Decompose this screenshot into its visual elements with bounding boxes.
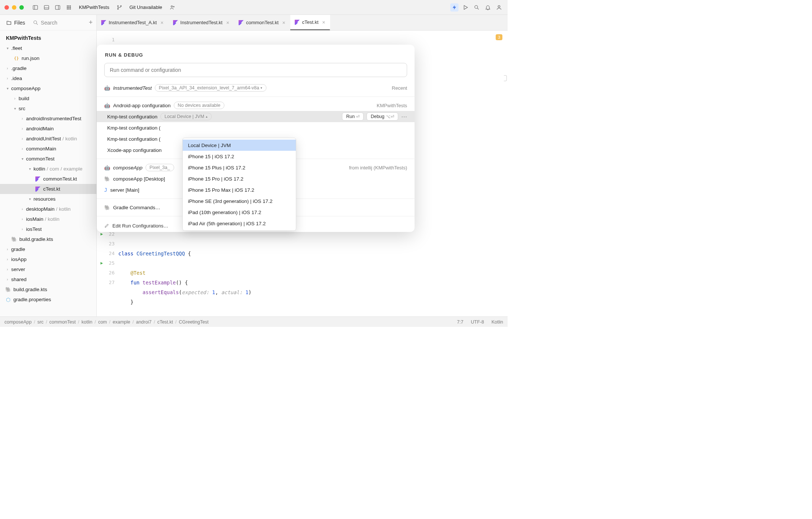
gradle-icon: 🐘 (5, 287, 11, 292)
config-instrumented-test[interactable]: 🤖 InstrumentedTest Pixel_3a_API_34_exten… (97, 82, 415, 93)
tree-file-build-gradle[interactable]: 🐘build.gradle.kts (0, 234, 96, 244)
run-gutter-icon[interactable]: ▶ (100, 258, 103, 268)
panel-right-icon[interactable] (54, 3, 62, 12)
minimize-window-button[interactable] (12, 5, 16, 10)
grid-icon[interactable] (65, 3, 73, 12)
dropdown-item[interactable]: Local Device | JVM (183, 140, 296, 151)
breadcrumb[interactable]: commonTest (49, 319, 76, 325)
close-window-button[interactable] (4, 5, 9, 10)
files-tab-label: Files (14, 20, 25, 26)
dropdown-item[interactable]: iPhone 15 Plus | iOS 17.2 (183, 162, 296, 173)
popup-title: Run & Debug (97, 45, 415, 63)
tree-file-gradle-properties[interactable]: ⬡gradle.properties (0, 294, 96, 305)
tree-folder-iosapp[interactable]: ›iosApp (0, 254, 96, 264)
files-tab[interactable]: Files (4, 18, 28, 27)
tree-folder-composeapp[interactable]: ▾composeApp (0, 83, 96, 93)
close-icon[interactable]: × (226, 20, 229, 26)
tree-file-commontest-kt[interactable]: commonTest.kt (0, 174, 96, 184)
search-icon[interactable] (473, 3, 481, 12)
tree-folder-desktopmain[interactable]: ›desktopMain/kotlin (0, 204, 96, 214)
close-icon[interactable]: × (322, 19, 325, 25)
tree-folder-iostest[interactable]: ›iosTest (0, 224, 96, 234)
breadcrumb[interactable]: composeApp (4, 319, 32, 325)
tree-folder-server[interactable]: ›server (0, 264, 96, 274)
device-chip[interactable]: No devices available (174, 102, 225, 109)
add-panel-icon[interactable]: + (89, 19, 93, 26)
warning-badge[interactable]: 3 (496, 34, 502, 40)
debug-button[interactable]: Debug⌥⏎ (367, 112, 398, 121)
breadcrumb[interactable]: androi7 (136, 319, 151, 325)
tree-folder-androidunittest[interactable]: ›androidUnitTest/kotlin (0, 134, 96, 144)
device-dropdown: Local Device | JVM iPhone 15 | iOS 17.2 … (182, 138, 296, 231)
config-kmp-test-2[interactable]: Kmp-test configuration ( (97, 122, 415, 133)
tree-folder-shared[interactable]: ›shared (0, 274, 96, 284)
cursor-position[interactable]: 7:7 (457, 319, 463, 325)
tree-folder-src[interactable]: ▾src (0, 104, 96, 114)
tree-folder-gradle-root[interactable]: ›gradle (0, 244, 96, 254)
ai-icon[interactable] (450, 3, 458, 12)
more-icon[interactable]: ⋯ (401, 113, 407, 120)
panel-bottom-icon[interactable] (42, 3, 51, 12)
language-mode[interactable]: Kotlin (492, 319, 503, 325)
project-name[interactable]: KMPwithTests (79, 4, 109, 10)
tree-folder-kotlin-path[interactable]: ▾kotlin/com/example (0, 164, 96, 174)
search-tab[interactable]: Search (31, 18, 60, 27)
kotlin-icon (35, 187, 41, 192)
tree-folder-commontest[interactable]: ▾commonTest (0, 154, 96, 164)
svg-point-17 (120, 5, 121, 6)
close-icon[interactable]: × (282, 20, 285, 26)
device-chip[interactable]: Pixel_3a_API_34_extension_level_7_arm64-… (155, 84, 267, 92)
breadcrumb[interactable]: example (113, 319, 130, 325)
run-icon[interactable] (461, 3, 470, 12)
tab-instrumented[interactable]: InstrumentedTest.kt× (169, 15, 234, 30)
device-chip[interactable]: Pixel_3a_ (146, 164, 174, 171)
dropdown-item[interactable]: iPad Air (5th generation) | iOS 17.2 (183, 218, 296, 229)
git-status[interactable]: Git Unavailable (130, 4, 162, 10)
dropdown-item[interactable]: iPad (10th generation) | iOS 17.2 (183, 207, 296, 218)
section-label-project: KMPwithTests (377, 103, 407, 108)
tree-file-runjson[interactable]: {}run.json (0, 53, 96, 63)
svg-point-8 (70, 6, 71, 6)
popup-search-input[interactable] (104, 63, 407, 77)
panel-left-icon[interactable] (31, 3, 39, 12)
breadcrumb[interactable]: src (37, 319, 44, 325)
dropdown-item[interactable]: iPhone 15 | iOS 17.2 (183, 151, 296, 162)
tree-file-build-gradle-root[interactable]: 🐘build.gradle.kts (0, 284, 96, 294)
kotlin-icon (173, 20, 178, 25)
breadcrumb[interactable]: com (98, 319, 107, 325)
fold-handle-icon[interactable] (504, 75, 507, 81)
add-user-icon[interactable] (168, 3, 176, 12)
tab-instrumented-a[interactable]: InstrumentedTest_A.kt× (97, 15, 169, 30)
breadcrumb[interactable]: kotlin (81, 319, 92, 325)
device-chip[interactable]: Local Device | JVM▴ (160, 113, 212, 120)
user-icon[interactable] (495, 3, 503, 12)
branch-icon[interactable] (115, 3, 124, 12)
config-kmp-test-1[interactable]: Kmp-test configuration Local Device | JV… (97, 111, 415, 122)
config-android-app[interactable]: 🤖 Android-app configuration No devices a… (97, 100, 415, 111)
editor-tabs: InstrumentedTest_A.kt× InstrumentedTest.… (97, 15, 508, 31)
tree-folder-commonmain[interactable]: ›commonMain (0, 144, 96, 154)
tree-file-ctest-kt[interactable]: cTest.kt (0, 184, 96, 194)
tree-folder-gradle[interactable]: ›.gradle (0, 63, 96, 73)
tree-folder-build[interactable]: ›build (0, 93, 96, 104)
tree-folder-androidmain[interactable]: ›androidMain (0, 124, 96, 134)
maximize-window-button[interactable] (19, 5, 24, 10)
svg-line-23 (477, 8, 479, 9)
tab-ctest[interactable]: cTest.kt× (290, 15, 330, 30)
run-button[interactable]: Run⏎ (342, 112, 364, 121)
tree-folder-idea[interactable]: ›.idea (0, 73, 96, 83)
tab-commontest[interactable]: commonTest.kt× (234, 15, 290, 30)
close-icon[interactable]: × (160, 20, 163, 26)
bell-icon[interactable] (484, 3, 492, 12)
dropdown-item[interactable]: iPhone 15 Pro | iOS 17.2 (183, 173, 296, 184)
tree-folder-resources[interactable]: ▾resources (0, 194, 96, 204)
android-icon: 🤖 (104, 165, 110, 171)
encoding[interactable]: UTF-8 (471, 319, 484, 325)
breadcrumb[interactable]: CGreetingTest (179, 319, 209, 325)
dropdown-item[interactable]: iPhone 15 Pro Max | iOS 17.2 (183, 184, 296, 195)
dropdown-item[interactable]: iPhone SE (3rd generation) | iOS 17.2 (183, 195, 296, 207)
breadcrumb[interactable]: cTest.kt (157, 319, 173, 325)
tree-folder-iosmain[interactable]: ›iosMain/kotlin (0, 214, 96, 224)
tree-folder-fleet[interactable]: ▾.fleet (0, 43, 96, 53)
tree-folder-android-instrumented[interactable]: ›androidInstrumentedTest (0, 114, 96, 124)
